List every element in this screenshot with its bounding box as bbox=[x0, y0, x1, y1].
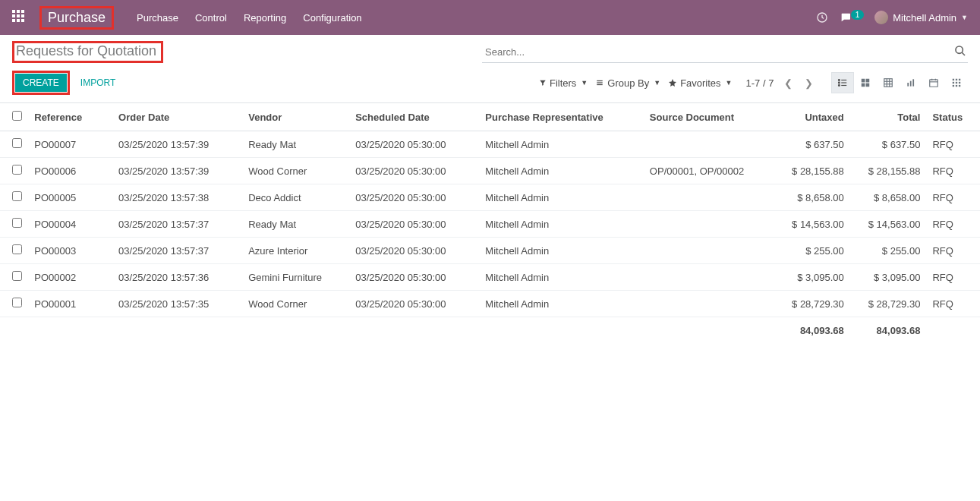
col-untaxed[interactable]: Untaxed bbox=[774, 103, 850, 131]
table-row[interactable]: PO0000703/25/2020 13:57:39Ready Mat03/25… bbox=[0, 131, 980, 158]
avatar bbox=[874, 11, 888, 24]
create-button[interactable]: CREATE bbox=[15, 74, 67, 92]
cell-order-date: 03/25/2020 13:57:37 bbox=[112, 211, 242, 238]
svg-point-19 bbox=[838, 85, 840, 87]
col-order-date[interactable]: Order Date bbox=[112, 103, 242, 131]
nav-item-configuration[interactable]: Configuration bbox=[303, 12, 361, 24]
table-row[interactable]: PO0000503/25/2020 13:57:38Deco Addict03/… bbox=[0, 184, 980, 211]
cell-source bbox=[644, 211, 774, 238]
messaging-icon[interactable]: 1 bbox=[839, 11, 865, 24]
svg-rect-8 bbox=[21, 19, 24, 22]
search-input[interactable] bbox=[482, 42, 968, 63]
user-menu[interactable]: Mitchell Admin ▼ bbox=[874, 11, 968, 24]
col-total[interactable]: Total bbox=[850, 103, 927, 131]
cell-reference: PO00004 bbox=[28, 211, 112, 238]
table-row[interactable]: PO0000603/25/2020 13:57:39Wood Corner03/… bbox=[0, 158, 980, 184]
cell-vendor: Gemini Furniture bbox=[242, 264, 349, 291]
table-row[interactable]: PO0000103/25/2020 13:57:35Wood Corner03/… bbox=[0, 291, 980, 317]
cell-reference: PO00006 bbox=[28, 158, 112, 184]
select-all-checkbox[interactable] bbox=[12, 111, 22, 121]
view-activity-icon[interactable] bbox=[945, 72, 968, 93]
row-checkbox[interactable] bbox=[12, 165, 22, 175]
col-status[interactable]: Status bbox=[926, 103, 980, 131]
cell-representative: Mitchell Admin bbox=[479, 131, 644, 158]
groupby-button[interactable]: Group By ▼ bbox=[595, 77, 660, 89]
pager-prev[interactable]: ❮ bbox=[780, 74, 797, 92]
svg-rect-7 bbox=[17, 19, 20, 22]
svg-rect-3 bbox=[12, 14, 15, 17]
cell-status: RFQ bbox=[926, 238, 980, 264]
cell-status: RFQ bbox=[926, 211, 980, 238]
search-icon[interactable] bbox=[954, 45, 966, 59]
cell-reference: PO00002 bbox=[28, 264, 112, 291]
svg-rect-22 bbox=[866, 79, 870, 83]
col-vendor[interactable]: Vendor bbox=[242, 103, 349, 131]
cell-source: OP/00001, OP/00002 bbox=[644, 158, 774, 184]
row-checkbox[interactable] bbox=[12, 138, 22, 148]
col-scheduled-date[interactable]: Scheduled Date bbox=[349, 103, 479, 131]
cell-total: $ 637.50 bbox=[850, 131, 927, 158]
col-source[interactable]: Source Document bbox=[644, 103, 774, 131]
svg-rect-45 bbox=[959, 85, 960, 87]
svg-rect-44 bbox=[956, 85, 957, 87]
svg-rect-30 bbox=[907, 83, 909, 87]
nav-item-control[interactable]: Control bbox=[195, 12, 227, 24]
row-checkbox[interactable] bbox=[12, 298, 22, 307]
cell-total: $ 255.00 bbox=[850, 238, 927, 264]
create-button-wrap: CREATE bbox=[12, 71, 70, 95]
cell-vendor: Deco Addict bbox=[242, 184, 349, 211]
table-row[interactable]: PO0000403/25/2020 13:57:37Ready Mat03/25… bbox=[0, 211, 980, 238]
svg-rect-5 bbox=[21, 14, 24, 17]
pager-range[interactable]: 1-7 / 7 bbox=[746, 77, 774, 89]
view-pivot-icon[interactable] bbox=[877, 72, 900, 93]
view-graph-icon[interactable] bbox=[900, 72, 922, 93]
nav-menu: Purchase Control Reporting Configuration bbox=[137, 12, 362, 24]
cell-order-date: 03/25/2020 13:57:39 bbox=[112, 131, 242, 158]
cell-total: $ 14,563.00 bbox=[850, 211, 927, 238]
cell-order-date: 03/25/2020 13:57:37 bbox=[112, 238, 242, 264]
cell-reference: PO00005 bbox=[28, 184, 112, 211]
cell-order-date: 03/25/2020 13:57:39 bbox=[112, 158, 242, 184]
cell-source bbox=[644, 131, 774, 158]
cell-source bbox=[644, 238, 774, 264]
svg-rect-39 bbox=[959, 79, 960, 80]
col-reference[interactable]: Reference bbox=[28, 103, 112, 131]
pager-next[interactable]: ❯ bbox=[800, 74, 818, 92]
clock-icon[interactable] bbox=[816, 11, 828, 24]
svg-rect-37 bbox=[953, 79, 954, 80]
cell-source bbox=[644, 264, 774, 291]
cell-order-date: 03/25/2020 13:57:38 bbox=[112, 184, 242, 211]
cell-representative: Mitchell Admin bbox=[479, 211, 644, 238]
nav-item-purchase[interactable]: Purchase bbox=[137, 12, 178, 24]
favorites-button[interactable]: Favorites ▼ bbox=[668, 77, 732, 89]
cell-untaxed: $ 637.50 bbox=[774, 131, 850, 158]
cell-reference: PO00003 bbox=[28, 238, 112, 264]
svg-rect-24 bbox=[866, 84, 870, 87]
view-kanban-icon[interactable] bbox=[854, 72, 877, 93]
svg-rect-2 bbox=[21, 10, 24, 13]
cell-representative: Mitchell Admin bbox=[479, 238, 644, 264]
col-representative[interactable]: Purchase Representative bbox=[479, 103, 644, 131]
svg-rect-21 bbox=[862, 79, 865, 83]
svg-rect-32 bbox=[912, 79, 914, 86]
apps-icon[interactable] bbox=[12, 10, 24, 26]
filters-button[interactable]: Filters ▼ bbox=[539, 77, 588, 89]
cell-reference: PO00001 bbox=[28, 291, 112, 317]
breadcrumb[interactable]: Requests for Quotation bbox=[12, 41, 163, 63]
app-brand[interactable]: Purchase bbox=[39, 6, 114, 30]
row-checkbox[interactable] bbox=[12, 218, 22, 228]
nav-item-reporting[interactable]: Reporting bbox=[244, 12, 286, 24]
view-calendar-icon[interactable] bbox=[922, 72, 945, 93]
cell-untaxed: $ 8,658.00 bbox=[774, 184, 850, 211]
cell-status: RFQ bbox=[926, 264, 980, 291]
cell-vendor: Wood Corner bbox=[242, 291, 349, 317]
row-checkbox[interactable] bbox=[12, 271, 22, 281]
import-button[interactable]: IMPORT bbox=[80, 77, 115, 88]
caret-down-icon: ▼ bbox=[654, 79, 660, 87]
table-row[interactable]: PO0000303/25/2020 13:57:37Azure Interior… bbox=[0, 238, 980, 264]
table-row[interactable]: PO0000203/25/2020 13:57:36Gemini Furnitu… bbox=[0, 264, 980, 291]
row-checkbox[interactable] bbox=[12, 244, 22, 254]
row-checkbox[interactable] bbox=[12, 191, 22, 201]
view-list-icon[interactable] bbox=[831, 72, 854, 93]
cell-reference: PO00007 bbox=[28, 131, 112, 158]
